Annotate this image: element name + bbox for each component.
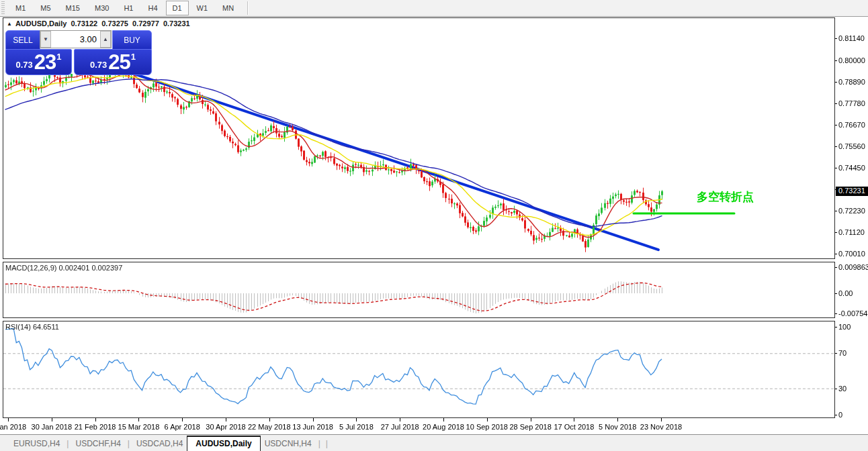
date-axis-label: 21 Feb 2018 <box>75 423 116 431</box>
symbol-title: AUDUSD,Daily <box>15 19 67 28</box>
buy-price-small: 0.73 <box>90 60 107 70</box>
rsi-axis-label: 30 <box>838 385 847 393</box>
rsi-label: RSI(14) 64.6511 <box>5 323 59 331</box>
price-axis-label: 0.80000 <box>838 56 865 64</box>
macd-axis-label: 0.009863 <box>838 263 868 271</box>
price-axis-label: 0.77780 <box>838 99 865 107</box>
chart-title-ohlc: ▲AUDUSD,Daily 0.73122 0.73275 0.72977 0.… <box>7 19 195 28</box>
price-axis-label: 0.78890 <box>838 78 865 86</box>
sell-price-pip: 1 <box>56 52 61 62</box>
date-axis-label: 6 Apr 2018 <box>165 423 200 431</box>
buy-price-button[interactable]: 0.73 25 1 <box>74 49 152 75</box>
open-value: 0.73122 <box>71 19 97 28</box>
timeframe-button-h4[interactable]: H4 <box>141 1 164 15</box>
rsi-axis-label: 0 <box>838 411 842 419</box>
low-value: 0.72977 <box>132 19 159 28</box>
date-axis-label: 5 Jul 2018 <box>339 423 374 431</box>
timeframe-button-d1[interactable]: D1 <box>166 1 189 15</box>
price-axis-label: 0.74450 <box>838 164 865 172</box>
sell-price-small: 0.73 <box>15 60 32 70</box>
high-value: 0.73275 <box>101 19 128 28</box>
timeframe-button-h1[interactable]: H1 <box>117 1 140 15</box>
price-axis-label: 0.76670 <box>838 121 865 129</box>
sell-price-button[interactable]: 0.73 23 1 <box>5 49 72 75</box>
timeframe-button-w1[interactable]: W1 <box>190 1 215 15</box>
date-axis-label: 23 Nov 2018 <box>640 423 682 431</box>
date-axis-label: 15 Mar 2018 <box>118 423 160 431</box>
toolbar-separator <box>247 1 249 15</box>
close-value: 0.73231 <box>163 19 190 28</box>
macd-axis-label: 0.00 <box>838 289 853 297</box>
date-axis-label: 27 Jul 2018 <box>381 423 419 431</box>
date-axis-label: 30 Jan 2018 <box>32 423 73 431</box>
chart-tab-usdcad[interactable]: USDCAD,H4 <box>132 436 187 451</box>
sell-button[interactable]: SELL <box>5 30 40 50</box>
one-click-trading-panel: SELL ▼ ▲ BUY 0.73 23 1 0.73 25 1 <box>5 30 150 74</box>
date-axis-label: 28 Sep 2018 <box>509 423 551 431</box>
volume-decrease-button[interactable]: ▼ <box>40 31 51 48</box>
timeframe-button-m1[interactable]: M1 <box>9 1 32 15</box>
date-axis-label: 10 Sep 2018 <box>466 423 508 431</box>
buy-button[interactable]: BUY <box>112 30 152 50</box>
macd-panel[interactable] <box>3 262 835 318</box>
rsi-panel[interactable] <box>3 321 835 418</box>
volume-spinner: ▼ ▲ <box>40 30 112 48</box>
price-axis-label: 0.81140 <box>838 34 865 42</box>
collapse-triangle-icon[interactable]: ▲ <box>7 21 12 27</box>
volume-input[interactable] <box>51 31 100 48</box>
chart-tab-audusd[interactable]: AUDUSD,Daily <box>187 436 260 451</box>
date-axis-label: 22 May 2018 <box>248 423 291 431</box>
trading-terminal-window: M1M5M15M30H1H4D1W1MN ▲AUDUSD,Daily 0.731… <box>0 0 868 451</box>
date-axis-label: 5 Nov 2018 <box>599 423 636 431</box>
date-axis-label: 20 Aug 2018 <box>423 423 464 431</box>
chart-tab-eurusd[interactable]: EURUSD,H4 <box>9 436 64 451</box>
price-axis-label: 0.72230 <box>838 207 865 215</box>
toolbar-grip-handle[interactable] <box>1 1 5 15</box>
timeframe-button-m5[interactable]: M5 <box>34 1 57 15</box>
annotation-text[interactable]: 多空转折点 <box>697 189 754 205</box>
timeframe-toolbar: M1M5M15M30H1H4D1W1MN <box>0 0 868 17</box>
macd-label: MACD(12,26,9) 0.002401 0.002397 <box>5 264 122 272</box>
current-price-badge: 0.73231 <box>836 187 868 196</box>
price-axis-label: 0.70010 <box>838 250 865 258</box>
volume-increase-button[interactable]: ▲ <box>100 31 111 48</box>
price-axis-label: 0.75560 <box>838 142 865 150</box>
date-axis-label: 17 Oct 2018 <box>554 423 594 431</box>
tab-separator: | <box>125 439 132 448</box>
timeframe-button-m15[interactable]: M15 <box>59 1 87 15</box>
tab-separator: | <box>64 439 71 448</box>
chart-tab-usdchf[interactable]: USDCHF,H4 <box>71 436 124 451</box>
date-axis-label: 30 Apr 2018 <box>206 423 245 431</box>
timeframe-button-mn[interactable]: MN <box>216 1 241 15</box>
tab-separator: | <box>323 439 331 448</box>
chart-tab-usdcnh[interactable]: USDCNH,H4 <box>261 436 316 451</box>
timeframe-button-m30[interactable]: M30 <box>88 1 116 15</box>
buy-price-big: 25 <box>108 50 130 74</box>
tab-separator: | <box>316 439 323 448</box>
sell-price-big: 23 <box>34 50 56 74</box>
date-axis-label: 13 Jun 2018 <box>292 423 333 431</box>
price-axis-label: 0.71120 <box>838 228 865 236</box>
macd-axis-label: -0.007543 <box>838 309 868 317</box>
buy-price-pip: 1 <box>131 52 136 62</box>
rsi-axis-label: 100 <box>838 323 851 331</box>
timeframe-button-row: M1M5M15M30H1H4D1W1MN <box>9 1 242 15</box>
chart-tab-bar: EURUSD,H4|USDCHF,H4|USDCAD,H4AUDUSD,Dail… <box>0 434 868 451</box>
rsi-axis-label: 70 <box>838 349 847 357</box>
date-axis-label: 8 Jan 2018 <box>0 423 26 431</box>
